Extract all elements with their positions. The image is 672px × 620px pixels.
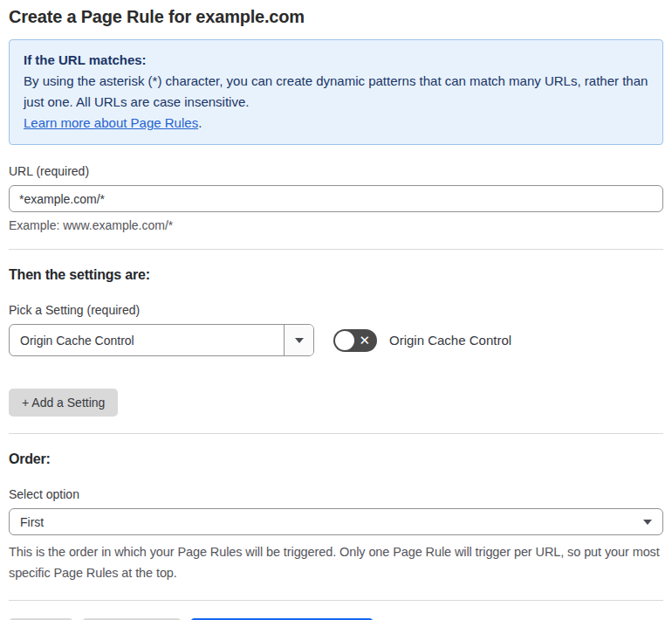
url-input[interactable]: [9, 185, 663, 212]
divider: [9, 249, 663, 250]
info-box-link-line: Learn more about Page Rules.: [24, 113, 648, 134]
setting-select-arrow-button[interactable]: [284, 325, 313, 355]
divider: [9, 600, 663, 601]
info-box-body: By using the asterisk (*) character, you…: [24, 71, 648, 113]
caret-down-icon: [643, 520, 652, 525]
link-suffix: .: [198, 115, 202, 130]
setting-row: Origin Cache Control ✕ Origin Cache Cont…: [9, 324, 663, 356]
order-select-value: First: [10, 515, 643, 529]
settings-section-heading: Then the settings are:: [9, 267, 663, 283]
order-select-label: Select option: [9, 487, 663, 501]
learn-more-link[interactable]: Learn more about Page Rules: [24, 115, 198, 130]
pick-setting-label: Pick a Setting (required): [9, 303, 663, 317]
setting-select[interactable]: Origin Cache Control: [9, 324, 314, 356]
toggle-knob: [335, 331, 354, 350]
divider: [9, 433, 663, 434]
caret-down-icon: [295, 338, 304, 343]
origin-cache-control-toggle[interactable]: ✕: [333, 329, 377, 352]
page-title: Create a Page Rule for example.com: [9, 7, 663, 27]
url-field-label: URL (required): [9, 164, 663, 178]
info-box-heading: If the URL matches:: [24, 50, 648, 71]
url-match-info-box: If the URL matches: By using the asteris…: [9, 39, 663, 145]
url-field-example: Example: www.example.com/*: [9, 218, 663, 232]
toggle-off-x-icon: ✕: [359, 334, 370, 347]
order-help-text: This is the order in which your Page Rul…: [9, 541, 663, 583]
add-setting-button[interactable]: + Add a Setting: [9, 389, 118, 417]
order-section-heading: Order:: [9, 451, 663, 467]
order-select[interactable]: First: [9, 508, 663, 535]
toggle-label: Origin Cache Control: [389, 333, 511, 348]
setting-select-value: Origin Cache Control: [10, 334, 284, 348]
